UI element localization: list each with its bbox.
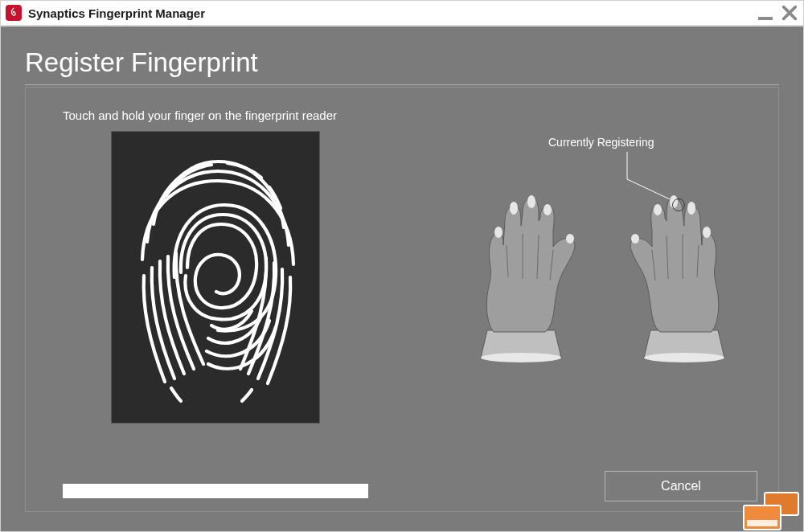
titlebar: Synaptics Fingerprint Manager [1, 1, 803, 27]
svg-point-11 [631, 234, 639, 243]
fingerprint-icon [131, 147, 300, 407]
svg-point-7 [703, 227, 711, 238]
right-hand-icon [613, 189, 753, 366]
svg-point-6 [644, 353, 724, 362]
cancel-button-label: Cancel [661, 479, 701, 493]
divider [25, 84, 779, 85]
app-window: Synaptics Fingerprint Manager Register F… [0, 0, 804, 532]
left-hand-icon [452, 189, 593, 366]
svg-point-0 [481, 353, 561, 362]
cancel-button[interactable]: Cancel [605, 471, 757, 501]
app-icon [6, 5, 22, 21]
svg-point-1 [494, 227, 503, 238]
svg-point-2 [510, 202, 518, 215]
svg-point-4 [544, 204, 552, 215]
minimize-icon[interactable] [758, 6, 773, 20]
instruction-text: Touch and hold your finger on the finger… [63, 108, 337, 122]
hands-diagram: Currently Registering [452, 125, 757, 366]
page-title: Register Fingerprint [25, 47, 779, 78]
window-controls [758, 4, 798, 22]
content-frame: Touch and hold your finger on the finger… [25, 87, 779, 512]
svg-point-10 [654, 204, 662, 215]
fingerprint-reader-panel [111, 131, 320, 424]
svg-point-8 [687, 202, 695, 215]
svg-rect-14 [747, 520, 777, 526]
close-icon[interactable] [781, 4, 798, 22]
selected-finger-indicator [672, 198, 685, 211]
titlebar-title: Synaptics Fingerprint Manager [28, 6, 758, 20]
scan-progress-bar [63, 484, 368, 498]
body-area: Register Fingerprint Touch and hold your… [1, 27, 803, 531]
svg-point-3 [527, 195, 535, 208]
svg-point-5 [566, 234, 574, 243]
